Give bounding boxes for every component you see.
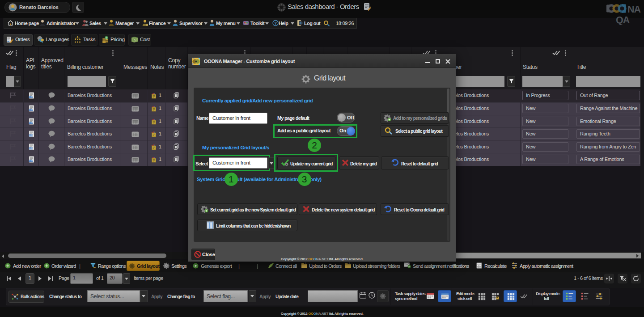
svg-text:?: ?	[275, 21, 277, 25]
svg-text:$: $	[134, 38, 136, 42]
svg-text:NA: NA	[627, 4, 641, 15]
svg-text:QA: QA	[616, 15, 630, 25]
